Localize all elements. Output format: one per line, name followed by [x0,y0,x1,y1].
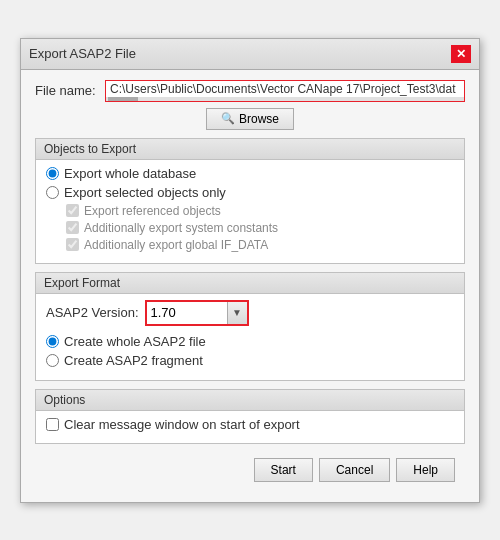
asap-version-label: ASAP2 Version: [46,305,139,320]
close-button[interactable]: ✕ [451,45,471,63]
browse-label: Browse [239,112,279,126]
scrollbar-thumb [108,97,138,101]
objects-section-content: Export whole database Export selected ob… [36,160,464,263]
asap-version-input[interactable] [147,304,227,321]
export-whole-db-row: Export whole database [46,166,454,181]
help-button[interactable]: Help [396,458,455,482]
export-format-content: ASAP2 Version: ▼ Create whole ASAP2 file… [36,294,464,380]
options-content: Clear message window on start of export [36,411,464,443]
clear-message-row: Clear message window on start of export [46,417,454,432]
export-format-section: Export Format ASAP2 Version: ▼ Create wh… [35,272,465,381]
asap-version-input-wrap: ▼ [145,300,249,326]
export-whole-db-label[interactable]: Export whole database [64,166,196,181]
export-referenced-row: Export referenced objects [46,204,454,218]
export-system-constants-row: Additionally export system constants [46,221,454,235]
objects-section-title: Objects to Export [36,139,464,160]
create-whole-radio[interactable] [46,335,59,348]
button-row: Start Cancel Help [35,452,465,492]
clear-message-label: Clear message window on start of export [64,417,300,432]
magnifier-icon: 🔍 [221,112,235,125]
export-global-if-label: Additionally export global IF_DATA [84,238,268,252]
export-system-constants-label: Additionally export system constants [84,221,278,235]
export-referenced-checkbox[interactable] [66,204,79,217]
create-fragment-radio[interactable] [46,354,59,367]
browse-row: 🔍 Browse [35,108,465,130]
file-input-inner: C:\Users\Public\Documents\Vector CANape … [106,81,464,97]
horizontal-scrollbar[interactable] [106,97,464,101]
file-name-label: File name: [35,83,105,98]
title-bar: Export ASAP2 File ✕ [21,39,479,70]
file-path-text: C:\Users\Public\Documents\Vector CANape … [106,81,464,97]
create-whole-label[interactable]: Create whole ASAP2 file [64,334,206,349]
export-selected-row: Export selected objects only [46,185,454,200]
export-selected-label[interactable]: Export selected objects only [64,185,226,200]
create-whole-row: Create whole ASAP2 file [46,334,454,349]
clear-message-checkbox[interactable] [46,418,59,431]
file-name-input-container: C:\Users\Public\Documents\Vector CANape … [105,80,465,102]
export-asap2-dialog: Export ASAP2 File ✕ File name: C:\Users\… [20,38,480,503]
create-fragment-row: Create ASAP2 fragment [46,353,454,368]
start-button[interactable]: Start [254,458,313,482]
options-title: Options [36,390,464,411]
options-section: Options Clear message window on start of… [35,389,465,444]
asap-version-row: ASAP2 Version: ▼ [46,300,454,326]
create-fragment-label[interactable]: Create ASAP2 fragment [64,353,203,368]
export-whole-db-radio[interactable] [46,167,59,180]
export-selected-radio[interactable] [46,186,59,199]
cancel-button[interactable]: Cancel [319,458,390,482]
dialog-title: Export ASAP2 File [29,46,136,61]
export-referenced-label: Export referenced objects [84,204,221,218]
browse-button[interactable]: 🔍 Browse [206,108,294,130]
objects-to-export-section: Objects to Export Export whole database … [35,138,465,264]
combo-arrow-icon[interactable]: ▼ [227,302,247,324]
export-format-title: Export Format [36,273,464,294]
export-system-constants-checkbox[interactable] [66,221,79,234]
export-global-if-row: Additionally export global IF_DATA [46,238,454,252]
file-name-row: File name: C:\Users\Public\Documents\Vec… [35,80,465,102]
dialog-body: File name: C:\Users\Public\Documents\Vec… [21,70,479,502]
export-global-if-checkbox[interactable] [66,238,79,251]
